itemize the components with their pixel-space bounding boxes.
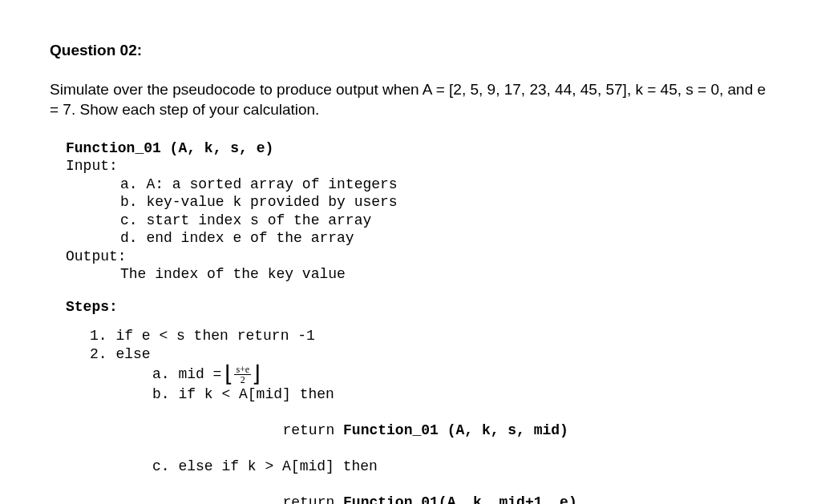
return-call-2: Function_01(A, k, mid+1, e) bbox=[343, 494, 577, 504]
fraction-denominator: 2 bbox=[239, 375, 247, 385]
fraction-numerator: s+e bbox=[234, 365, 251, 375]
step-2a-prefix: a. mid = bbox=[152, 365, 221, 384]
question-title: Question 02: bbox=[50, 40, 771, 62]
step-2c: c. else if k > A[mid] then bbox=[152, 458, 771, 476]
floor-left-bar: ⌊ bbox=[224, 363, 233, 385]
steps-label: Steps: bbox=[66, 298, 771, 317]
floor-expression: ⌊ s+e 2 ⌋ bbox=[224, 363, 261, 385]
question-instruction: Simulate over the pseudocode to produce … bbox=[50, 79, 771, 120]
input-label: Input: bbox=[66, 157, 771, 175]
output-text: The index of the key value bbox=[120, 265, 771, 284]
return-keyword-2: return bbox=[282, 494, 343, 504]
output-label: Output: bbox=[66, 248, 771, 266]
input-d: d. end index e of the array bbox=[120, 229, 771, 248]
input-c: c. start index s of the array bbox=[120, 212, 771, 230]
fraction: s+e 2 bbox=[234, 365, 251, 385]
step-2b: b. if k < A[mid] then bbox=[152, 385, 771, 404]
input-b: b. key-value k provided by users bbox=[120, 193, 771, 212]
function-signature: Function_01 (A, k, s, e) bbox=[66, 139, 771, 158]
step-2a: a. mid = ⌊ s+e 2 ⌋ bbox=[152, 363, 771, 385]
step-2: 2. else bbox=[90, 345, 771, 364]
floor-right-bar: ⌋ bbox=[252, 363, 261, 385]
step-1: 1. if e < s then return -1 bbox=[90, 327, 771, 345]
pseudocode-block: Function_01 (A, k, s, e) Input: a. A: a … bbox=[66, 139, 771, 504]
return-keyword: return bbox=[282, 422, 343, 438]
step-2b-return: return Function_01 (A, k, s, mid) bbox=[213, 404, 771, 458]
input-a: a. A: a sorted array of integers bbox=[120, 175, 771, 194]
return-call-1: Function_01 (A, k, s, mid) bbox=[343, 422, 568, 438]
step-2c-return: return Function_01(A, k, mid+1, e) bbox=[213, 476, 771, 504]
